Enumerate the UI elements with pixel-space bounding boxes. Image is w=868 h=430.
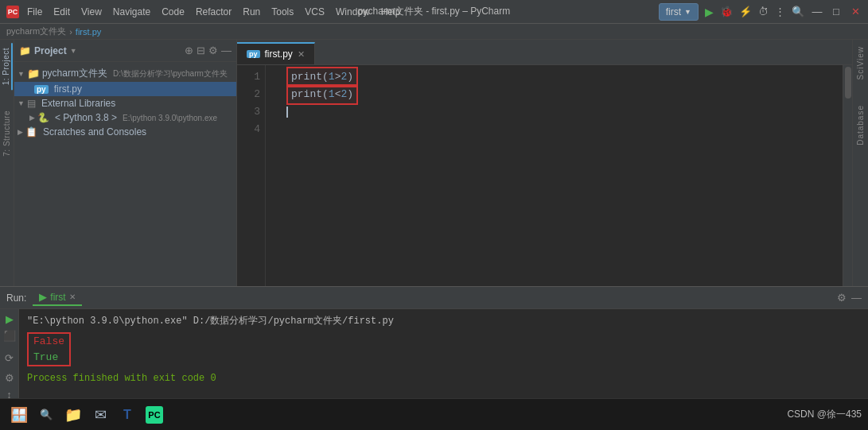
taskbar-mail-icon[interactable]: ✉ — [88, 402, 113, 428]
more-tools-button[interactable]: ⋮ — [775, 6, 785, 17]
tab-first-py[interactable]: py first.py ✕ — [237, 42, 315, 64]
settings-icon[interactable]: ⚙ — [208, 45, 218, 56]
run-config-button[interactable]: first ▼ — [659, 3, 699, 21]
project-title: Project — [34, 45, 67, 56]
editor-area: py first.py ✕ 1 2 3 4 — [237, 40, 852, 286]
run-hide-icon[interactable]: — — [851, 292, 862, 304]
menu-tools[interactable]: Tools — [268, 5, 297, 19]
run-panel-header-left: Run: ▶ first ✕ — [6, 289, 82, 306]
menu-vcs[interactable]: VCS — [302, 5, 328, 19]
menu-refactor[interactable]: Refactor — [193, 5, 235, 19]
close-button[interactable]: ✕ — [849, 6, 862, 18]
run-tab-first[interactable]: ▶ first ✕ — [33, 289, 81, 306]
titlebar-title: pycharm文件夹 - first.py – PyCharm — [358, 5, 510, 18]
left-vertical-tabs: 1: Project 7: Structure — [0, 40, 14, 286]
taskbar-windows-icon[interactable]: 🪟 — [6, 402, 32, 428]
run-tab-close-icon[interactable]: ✕ — [69, 292, 76, 301]
run-rerun-icon[interactable]: ⟳ — [2, 352, 18, 366]
root-path: D:\数据分析学习\pycharm文件夹 — [113, 68, 228, 79]
run-panel-header-right: ⚙ — — [837, 292, 862, 304]
project-tab[interactable]: 1: Project — [1, 43, 13, 90]
project-tree: ▼ 📁 pycharm文件夹 D:\数据分析学习\pycharm文件夹 py f… — [14, 62, 236, 142]
file-label: first.py — [54, 83, 82, 95]
run-stop-icon[interactable]: ⬛ — [2, 329, 18, 343]
maximize-button[interactable]: □ — [830, 6, 843, 18]
taskbar-right: CSDN @徐一435 — [787, 408, 862, 421]
run-panel: Run: ▶ first ✕ ⚙ — ▶ ⬛ ⟳ ⚙ ↕ "E:\python … — [0, 286, 868, 401]
taskbar-search-icon[interactable]: 🔍 — [33, 402, 59, 428]
line-numbers: 1 2 3 4 — [237, 65, 266, 286]
menu-edit[interactable]: Edit — [50, 5, 73, 19]
profile-button[interactable]: ⏱ — [758, 6, 769, 17]
tree-scratches[interactable]: ▶ 📋 Scratches and Consoles — [14, 125, 236, 139]
run-play-icon[interactable]: ▶ — [2, 312, 18, 326]
run-config-label: first — [666, 6, 681, 17]
project-header: 📁 Project ▼ ⊕ ⊟ ⚙ — — [14, 40, 236, 62]
tree-python-interpreter[interactable]: ▶ 🐍 < Python 3.8 > E:\python 3.9.0\pytho… — [14, 110, 236, 125]
taskbar-word-icon[interactable]: T — [115, 402, 140, 428]
output-true: True — [33, 351, 58, 363]
external-libs-label: External Libraries — [41, 98, 115, 109]
code-line-4 — [286, 121, 843, 138]
taskbar-explorer-icon[interactable]: 📁 — [60, 402, 86, 428]
python-path: E:\python 3.9.0\python.exe — [123, 114, 217, 122]
titlebar: PC File Edit View Navigate Code Refactor… — [0, 0, 868, 24]
run-settings-icon[interactable]: ⚙ — [837, 292, 847, 304]
menu-file[interactable]: File — [24, 5, 45, 19]
project-header-actions: ⊕ ⊟ ⚙ — — [185, 45, 232, 56]
run-panel-header: Run: ▶ first ✕ ⚙ — — [0, 287, 868, 309]
titlebar-controls: first ▼ ▶ 🐞 ⚡ ⏱ ⋮ 🔍 — □ ✕ — [659, 3, 862, 21]
scratches-label: Scratches and Consoles — [43, 126, 146, 138]
taskbar: 🪟 🔍 📁 ✉ T PC CSDN @徐一435 — [0, 398, 868, 430]
process-finish-msg: Process finished with exit code 0 — [27, 371, 860, 386]
code-text-line1: print(1>2) — [286, 67, 358, 87]
output-false: False — [33, 335, 64, 347]
project-header-left: 📁 Project ▼ — [19, 45, 77, 56]
run-side-icons: ▶ ⬛ ⟳ ⚙ ↕ — [0, 309, 19, 401]
breadcrumb-file[interactable]: first.py — [76, 27, 101, 37]
structure-tab[interactable]: 7: Structure — [2, 106, 12, 161]
taskbar-pycharm-icon[interactable]: PC — [142, 402, 167, 428]
search-everywhere-button[interactable]: 🔍 — [792, 6, 804, 17]
database-tab[interactable]: Database — [854, 102, 866, 149]
locate-file-icon[interactable]: ⊕ — [185, 45, 193, 56]
main-area: 1: Project 7: Structure 📁 Project ▼ ⊕ ⊟ … — [0, 40, 868, 286]
sciview-tab[interactable]: SciView — [854, 43, 866, 83]
tree-file-first-py[interactable]: py first.py — [14, 82, 236, 96]
menu-navigate[interactable]: Navigate — [110, 5, 154, 19]
system-tray-text: CSDN @徐一435 — [787, 409, 862, 420]
menu-view[interactable]: View — [78, 5, 105, 19]
taskbar-left: 🪟 🔍 📁 ✉ T PC — [6, 402, 167, 428]
tree-external-libs[interactable]: ▼ ▤ External Libraries — [14, 96, 236, 110]
chevron-down-icon: ▼ — [684, 8, 691, 16]
collapse-all-icon[interactable]: ⊟ — [197, 45, 205, 56]
run-filter-icon[interactable]: ⚙ — [2, 371, 18, 385]
code-area[interactable]: print(1>2) print(1<2) — [277, 65, 843, 286]
scrollbar-thumb[interactable] — [845, 67, 851, 99]
menu-code[interactable]: Code — [158, 5, 188, 19]
tab-close-icon[interactable]: ✕ — [298, 49, 305, 60]
debug-button[interactable]: 🐞 — [720, 6, 733, 17]
menu-run[interactable]: Run — [239, 5, 263, 19]
project-panel: 📁 Project ▼ ⊕ ⊟ ⚙ — ▼ 📁 pycharm文件夹 D:\数据… — [14, 40, 237, 286]
breadcrumb-project[interactable]: pycharm文件夹 — [6, 25, 66, 37]
code-line-2: print(1<2) — [286, 86, 843, 103]
python-label: < Python 3.8 > — [55, 112, 117, 123]
app-icon: PC — [6, 6, 19, 18]
minimize-button[interactable]: — — [811, 6, 823, 18]
right-sidebar: SciView Database — [852, 40, 868, 286]
tab-label: first.py — [265, 48, 293, 60]
code-line-3 — [286, 103, 843, 121]
editor-content[interactable]: 1 2 3 4 print(1>2) — [237, 65, 852, 286]
breadcrumb: pycharm文件夹 › first.py — [0, 24, 868, 40]
editor-tabs: py first.py ✕ — [237, 40, 852, 65]
titlebar-left: PC File Edit View Navigate Code Refactor… — [6, 5, 403, 19]
hide-panel-icon[interactable]: — — [221, 45, 232, 56]
cursor — [286, 107, 288, 118]
run-tab-label: first — [50, 292, 65, 303]
run-button[interactable]: ▶ — [705, 6, 714, 18]
output-false-box: False True — [27, 332, 71, 366]
coverage-button[interactable]: ⚡ — [739, 6, 752, 17]
editor-scrollbar[interactable] — [843, 65, 852, 286]
tree-root[interactable]: ▼ 📁 pycharm文件夹 D:\数据分析学习\pycharm文件夹 — [14, 65, 236, 82]
